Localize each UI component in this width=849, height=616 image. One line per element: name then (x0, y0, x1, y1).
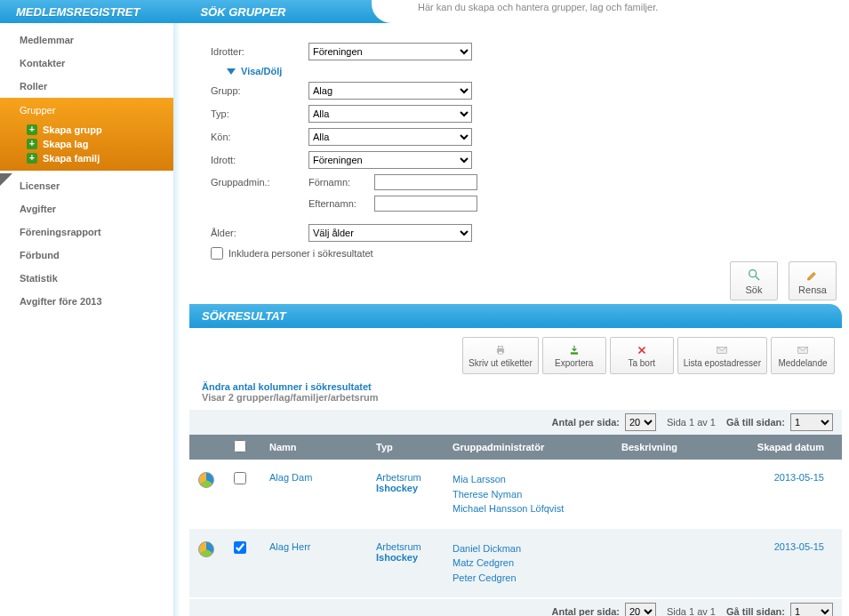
row-checkbox[interactable] (234, 541, 246, 554)
sidebar-sub-skapa-grupp[interactable]: + Skapa grupp (0, 123, 173, 137)
sidebar-sub-label: Skapa familj (43, 153, 100, 164)
results-count: Visar 2 grupper/lag/familjer/arbetsrum (189, 392, 842, 408)
sidebar-item-licenser[interactable]: Licenser (0, 174, 173, 197)
input-efternamn[interactable] (374, 196, 477, 212)
sidebar-item-forbund[interactable]: Förbund (0, 244, 173, 267)
pager-top: Antal per sida: 20 Sida 1 av 1 Gå till s… (189, 410, 842, 435)
btn-label: Exportera (555, 358, 593, 368)
sidebar-item-grupper[interactable]: Grupper + Skapa grupp + Skapa lag + Skap… (0, 98, 173, 171)
svg-point-0 (749, 269, 757, 276)
mail-icon (797, 344, 809, 356)
row-checkbox[interactable] (234, 472, 246, 484)
col-typ[interactable]: Typ (376, 442, 453, 452)
input-fornamn[interactable] (374, 174, 477, 190)
page-header: MEDLEMSREGISTRET SÖK GRUPPER Här kan du … (0, 0, 849, 23)
mail-icon (716, 344, 728, 356)
row-admin-link[interactable]: Peter Cedgren (453, 571, 621, 586)
row-name-link[interactable]: Alag Dam (269, 472, 312, 483)
row-date-link[interactable]: 2013-05-15 (755, 472, 824, 483)
select-grupp[interactable]: Alag (308, 82, 472, 100)
row-admin-link[interactable]: Michael Hansson Löfqvist (453, 501, 621, 516)
btn-label: Skriv ut etiketter (469, 358, 533, 368)
sidebar-item-foreningsrapport[interactable]: Föreningsrapport (0, 220, 173, 244)
sidebar-item-statistik[interactable]: Statistik (0, 267, 173, 290)
table-header: Namn Typ Gruppadministratör Beskrivning … (189, 435, 842, 460)
select-idrotter[interactable]: Föreningen (308, 43, 472, 60)
change-columns-link[interactable]: Ändra antal kolumner i sökresultatet (189, 380, 384, 392)
search-button-label: Sök (746, 284, 763, 295)
btn-label: Meddelande (778, 358, 827, 368)
sidebar-item-kontakter[interactable]: Kontakter (0, 52, 173, 75)
export-button[interactable]: Exportera (542, 337, 606, 374)
message-button[interactable]: Meddelande (771, 337, 835, 374)
sidebar-item-roller[interactable]: Roller (0, 75, 173, 98)
col-namn[interactable]: Namn (269, 442, 376, 452)
label-fornamn: Förnamn: (308, 177, 374, 188)
printer-icon (494, 344, 507, 356)
select-all-checkbox[interactable] (234, 440, 246, 452)
select-kon[interactable]: Alla (308, 128, 472, 146)
label-alder: Ålder: (211, 228, 308, 238)
row-typ-link[interactable]: Arbetsrum (376, 472, 421, 483)
search-button[interactable]: Sök (730, 261, 778, 300)
pager-antal-label: Antal per sida: (552, 417, 620, 428)
pager-sida: Sida 1 av 1 (667, 417, 716, 428)
svg-rect-3 (499, 346, 503, 348)
col-adm[interactable]: Gruppadministratör (453, 442, 621, 452)
pager-antal-select[interactable]: 20 (625, 413, 656, 431)
svg-rect-4 (499, 351, 503, 354)
select-typ[interactable]: Alla (308, 105, 472, 123)
chevron-down-icon (227, 68, 236, 75)
checkbox-inkludera[interactable] (211, 247, 223, 260)
globe-icon (198, 472, 214, 488)
export-icon (568, 344, 581, 356)
row-typ2-link[interactable]: Ishockey (376, 552, 418, 563)
label-inkludera: Inkludera personer i sökresultatet (228, 248, 373, 259)
pager-sida: Sida 1 av 1 (667, 606, 716, 616)
row-name-link[interactable]: Alag Herr (269, 541, 310, 552)
label-typ: Typ: (211, 108, 308, 119)
results: SÖKRESULTAT Skriv ut etiketter Exportera… (189, 304, 842, 616)
sidebar: Medlemmar Kontakter Roller Grupper + Ska… (0, 23, 173, 616)
pencil-icon (805, 268, 820, 282)
sidebar-sub-skapa-familj[interactable]: + Skapa familj (0, 151, 173, 165)
pager-ga-select[interactable]: 1 (790, 413, 833, 431)
label-idrotter: Idrotter: (211, 46, 308, 57)
sidebar-item-avgifter-fore-2013[interactable]: Avgifter före 2013 (0, 290, 173, 313)
row-typ-link[interactable]: Arbetsrum (376, 541, 421, 552)
col-datum[interactable]: Skapad datum (755, 442, 833, 452)
results-title: SÖKRESULTAT (189, 304, 842, 328)
sidebar-sub-skapa-lag[interactable]: + Skapa lag (0, 137, 173, 151)
pager-ga-select[interactable]: 1 (790, 603, 833, 616)
filter-form: Idrotter: Föreningen Visa/Dölj Grupp: Al… (189, 32, 842, 268)
sidebar-item-avgifter[interactable]: Avgifter (0, 197, 173, 220)
plus-icon: + (27, 153, 37, 164)
plus-icon: + (27, 124, 37, 135)
btn-label: Lista epostadresser (684, 358, 761, 368)
pager-ga-label: Gå till sidan: (726, 417, 785, 428)
row-date-link[interactable]: 2013-05-15 (755, 541, 824, 552)
col-besk[interactable]: Beskrivning (621, 442, 755, 452)
svg-rect-5 (571, 352, 578, 354)
print-labels-button[interactable]: Skriv ut etiketter (462, 337, 539, 374)
content: Idrotter: Föreningen Visa/Dölj Grupp: Al… (173, 23, 849, 616)
globe-icon (198, 541, 214, 557)
app-title: MEDLEMSREGISTRET (0, 5, 156, 19)
label-grupp: Grupp: (211, 85, 308, 96)
pager-antal-select[interactable]: 20 (625, 603, 656, 616)
clear-button-label: Rensa (798, 284, 827, 295)
row-admin-link[interactable]: Matz Cedgren (453, 556, 621, 571)
row-admin-link[interactable]: Daniel Dickman (453, 541, 621, 556)
delete-icon (636, 344, 648, 356)
row-admin-link[interactable]: Therese Nyman (453, 487, 621, 502)
toggle-visa-dolj[interactable]: Visa/Dölj (227, 66, 282, 76)
select-idrott[interactable]: Föreningen (308, 151, 472, 169)
list-emails-button[interactable]: Lista epostadresser (677, 337, 767, 374)
delete-button[interactable]: Ta bort (610, 337, 674, 374)
label-gruppadmin: Gruppadmin.: (211, 177, 308, 188)
row-admin-link[interactable]: Mia Larsson (453, 472, 621, 487)
row-typ2-link[interactable]: Ishockey (376, 483, 418, 493)
sidebar-item-medlemmar[interactable]: Medlemmar (0, 28, 173, 52)
clear-button[interactable]: Rensa (789, 261, 837, 300)
select-alder[interactable]: Välj ålder (308, 224, 472, 242)
